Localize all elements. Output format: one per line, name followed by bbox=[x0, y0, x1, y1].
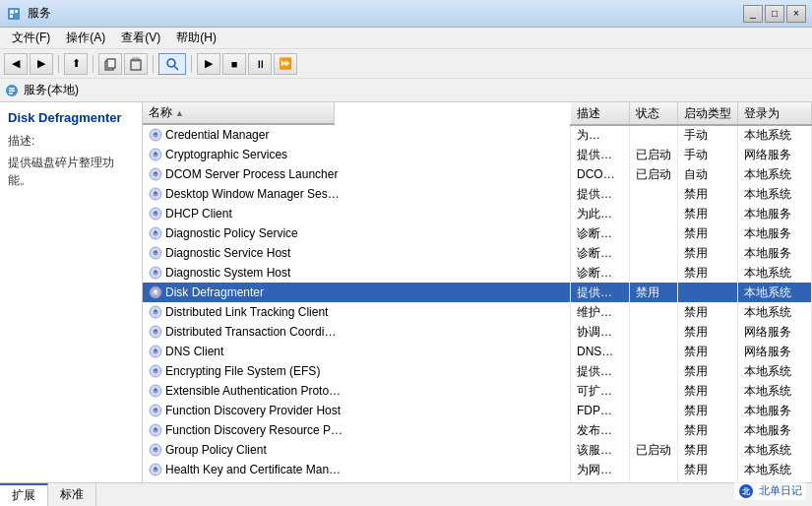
desc-text: 提供磁盘碎片整理功能。 bbox=[8, 154, 134, 189]
cell-desc: 为此… bbox=[571, 204, 630, 223]
table-row[interactable]: Encrypting File System (EFS)提供…禁用本地系统 bbox=[143, 361, 812, 381]
cell-startup: 禁用 bbox=[678, 401, 738, 420]
table-row[interactable]: HomeGroup Listener使本…禁用本地系统 bbox=[143, 479, 812, 482]
table-row[interactable]: Extensible Authentication Proto…可扩…禁用本地系… bbox=[143, 381, 812, 401]
forward-button[interactable]: ▶ bbox=[30, 53, 53, 75]
col-header-name[interactable]: 名称 ▲ bbox=[143, 102, 335, 125]
service-icon bbox=[149, 167, 165, 181]
cell-name: DHCP Client bbox=[143, 204, 571, 223]
up-button[interactable]: ⬆ bbox=[64, 53, 88, 75]
cell-desc: DCO… bbox=[571, 164, 630, 184]
cell-name: Health Key and Certificate Man… bbox=[143, 460, 571, 479]
close-button[interactable]: × bbox=[786, 5, 806, 23]
cell-startup: 禁用 bbox=[678, 322, 738, 342]
table-row[interactable]: Cryptographic Services提供…已启动手动网络服务 bbox=[143, 145, 812, 164]
paste-button[interactable] bbox=[124, 53, 148, 75]
menu-help[interactable]: 帮助(H) bbox=[168, 28, 224, 48]
cell-startup: 禁用 bbox=[678, 243, 738, 263]
tab-standard[interactable]: 标准 bbox=[48, 483, 96, 506]
address-bar: 服务(本地) bbox=[0, 79, 812, 102]
table-row[interactable]: Function Discovery Provider HostFDP…禁用本地… bbox=[143, 401, 812, 420]
services-icon bbox=[4, 83, 20, 98]
copy-button[interactable] bbox=[98, 53, 122, 75]
table-row[interactable]: DCOM Server Process LauncherDCO…已启动自动本地系… bbox=[143, 164, 812, 184]
table-row[interactable]: Group Policy Client该服…已启动禁用本地系统 bbox=[143, 440, 812, 460]
table-row[interactable]: DNS ClientDNS…禁用网络服务 bbox=[143, 342, 812, 361]
table-row[interactable]: DHCP Client为此…禁用本地服务 bbox=[143, 204, 812, 223]
address-label: 服务(本地) bbox=[24, 82, 79, 98]
toolbar-separator-3 bbox=[153, 55, 154, 73]
cell-login: 网络服务 bbox=[738, 145, 812, 164]
cell-startup: 禁用 bbox=[678, 440, 738, 460]
table-row[interactable]: Health Key and Certificate Man…为网…禁用本地系统 bbox=[143, 460, 812, 479]
service-icon bbox=[149, 384, 165, 398]
svg-rect-3 bbox=[10, 15, 13, 18]
toolbar-separator-2 bbox=[93, 55, 94, 73]
menu-file[interactable]: 文件(F) bbox=[4, 28, 58, 48]
minimize-button[interactable]: _ bbox=[743, 5, 763, 23]
cell-login: 本地服务 bbox=[738, 401, 812, 420]
back-button[interactable]: ◀ bbox=[4, 53, 28, 75]
cell-desc: 提供… bbox=[571, 283, 630, 302]
col-header-startup[interactable]: 启动类型 bbox=[678, 102, 738, 125]
cell-desc: 提供… bbox=[571, 361, 630, 381]
table-row[interactable]: Diagnostic Policy Service诊断…禁用本地服务 bbox=[143, 223, 812, 243]
svg-rect-11 bbox=[9, 88, 15, 90]
services-scroll[interactable]: 名称 ▲ 描述 状态 启动类型 登录为 Credential Manager为…… bbox=[143, 102, 812, 482]
table-row[interactable]: Function Discovery Resource P…发布…禁用本地服务 bbox=[143, 420, 812, 440]
cell-login: 本地系统 bbox=[738, 440, 812, 460]
service-name: DNS Client bbox=[165, 345, 223, 358]
cell-name: Diagnostic Service Host bbox=[143, 243, 571, 263]
pause-button[interactable]: ⏸ bbox=[248, 53, 272, 75]
table-row[interactable]: Distributed Transaction Coordi…协调…禁用网络服务 bbox=[143, 322, 812, 342]
cell-login: 本地系统 bbox=[738, 283, 812, 302]
service-name: Extensible Authentication Proto… bbox=[165, 384, 341, 398]
table-row[interactable]: Desktop Window Manager Ses…提供…禁用本地系统 bbox=[143, 184, 812, 204]
col-header-status[interactable]: 状态 bbox=[630, 102, 678, 125]
col-header-desc[interactable]: 描述 bbox=[571, 102, 630, 125]
status-bar: 扩展 标准 bbox=[0, 482, 812, 506]
cell-startup: 禁用 bbox=[678, 342, 738, 361]
cell-name: Disk Defragmenter bbox=[143, 283, 571, 302]
maximize-button[interactable]: □ bbox=[765, 5, 784, 23]
sort-arrow: ▲ bbox=[175, 108, 184, 118]
table-row[interactable]: Distributed Link Tracking Client维护…禁用本地系… bbox=[143, 302, 812, 322]
cell-name: DCOM Server Process Launcher bbox=[143, 164, 571, 184]
window-controls[interactable]: _ □ × bbox=[743, 5, 806, 23]
cell-desc: 可扩… bbox=[571, 381, 630, 401]
table-row[interactable]: Credential Manager为…手动本地系统 bbox=[143, 125, 812, 145]
watermark-icon: 北 bbox=[738, 483, 754, 499]
tab-extended[interactable]: 扩展 bbox=[0, 483, 48, 506]
menu-view[interactable]: 查看(V) bbox=[113, 28, 168, 48]
service-name: Distributed Link Tracking Client bbox=[165, 305, 328, 319]
service-name: Encrypting File System (EFS) bbox=[165, 364, 320, 378]
cell-desc: 为网… bbox=[571, 460, 630, 479]
service-icon bbox=[149, 404, 165, 417]
table-row[interactable]: Diagnostic Service Host诊断…禁用本地服务 bbox=[143, 243, 812, 263]
cell-startup: 禁用 bbox=[678, 479, 738, 482]
cell-login: 本地系统 bbox=[738, 184, 812, 204]
cell-desc: 为… bbox=[571, 125, 630, 145]
restart-button[interactable]: ⏩ bbox=[274, 53, 297, 75]
cell-startup: 禁用 bbox=[678, 302, 738, 322]
table-row[interactable]: Diagnostic System Host诊断…禁用本地系统 bbox=[143, 263, 812, 283]
service-icon bbox=[149, 266, 165, 280]
stop-button[interactable]: ■ bbox=[222, 53, 246, 75]
table-row[interactable]: Disk Defragmenter提供…禁用本地系统 bbox=[143, 283, 812, 302]
col-header-login[interactable]: 登录为 bbox=[738, 102, 812, 125]
search-btn[interactable] bbox=[158, 53, 186, 75]
cell-desc: DNS… bbox=[571, 342, 630, 361]
cell-status bbox=[630, 381, 678, 401]
service-icon bbox=[149, 285, 165, 299]
svg-point-8 bbox=[167, 59, 175, 67]
service-icon bbox=[149, 148, 165, 161]
cell-status bbox=[630, 184, 678, 204]
left-panel: Disk Defragmenter 描述: 提供磁盘碎片整理功能。 bbox=[0, 102, 143, 482]
svg-rect-1 bbox=[10, 10, 14, 14]
play-button[interactable]: ▶ bbox=[197, 53, 220, 75]
window-title: 服务 bbox=[28, 5, 51, 22]
menu-action[interactable]: 操作(A) bbox=[58, 28, 113, 48]
watermark: 北 北单日记 bbox=[734, 482, 806, 500]
toolbar-separator-4 bbox=[191, 55, 192, 73]
cell-name: Distributed Transaction Coordi… bbox=[143, 322, 571, 342]
